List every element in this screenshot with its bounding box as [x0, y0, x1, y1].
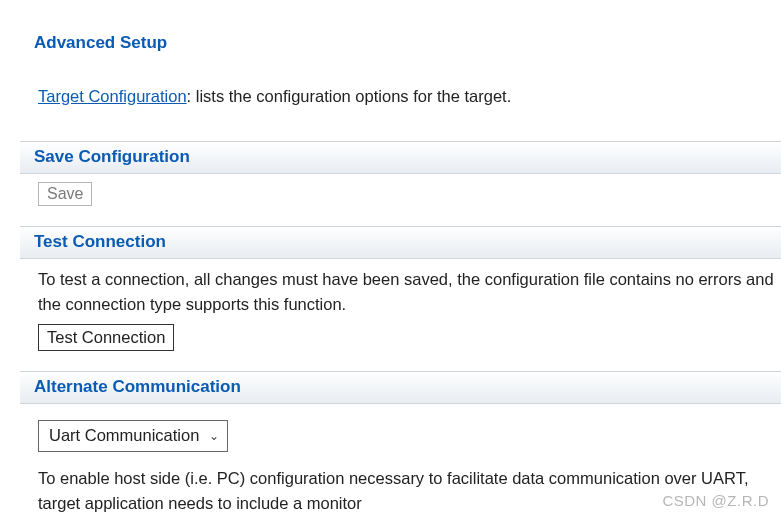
test-connection-section: Test Connection To test a connection, al… [20, 226, 781, 366]
advanced-setup-section: Advanced Setup Target Configuration: lis… [20, 28, 781, 135]
alternate-communication-header: Alternate Communication [20, 371, 781, 404]
save-configuration-header: Save Configuration [20, 141, 781, 174]
save-button[interactable]: Save [38, 182, 92, 206]
test-connection-header: Test Connection [20, 226, 781, 259]
advanced-setup-header: Advanced Setup [20, 28, 781, 57]
communication-select-value: Uart Communication [49, 424, 199, 448]
test-connection-body: To test a connection, all changes must h… [20, 259, 781, 366]
target-configuration-desc: : lists the configuration options for th… [187, 87, 512, 105]
advanced-setup-body: Target Configuration: lists the configur… [20, 57, 781, 135]
chevron-down-icon: ⌄ [209, 428, 219, 445]
test-connection-desc: To test a connection, all changes must h… [38, 267, 781, 317]
communication-select[interactable]: Uart Communication ⌄ [38, 420, 228, 452]
test-connection-button[interactable]: Test Connection [38, 324, 174, 351]
save-configuration-section: Save Configuration Save [20, 141, 781, 220]
config-panel: Advanced Setup Target Configuration: lis… [0, 0, 781, 521]
alternate-communication-body: Uart Communication ⌄ To enable host side… [20, 404, 781, 521]
save-configuration-body: Save [20, 174, 781, 220]
alternate-communication-desc: To enable host side (i.e. PC) configurat… [38, 466, 781, 516]
alternate-communication-section: Alternate Communication Uart Communicati… [20, 371, 781, 521]
target-configuration-link[interactable]: Target Configuration [38, 87, 187, 105]
